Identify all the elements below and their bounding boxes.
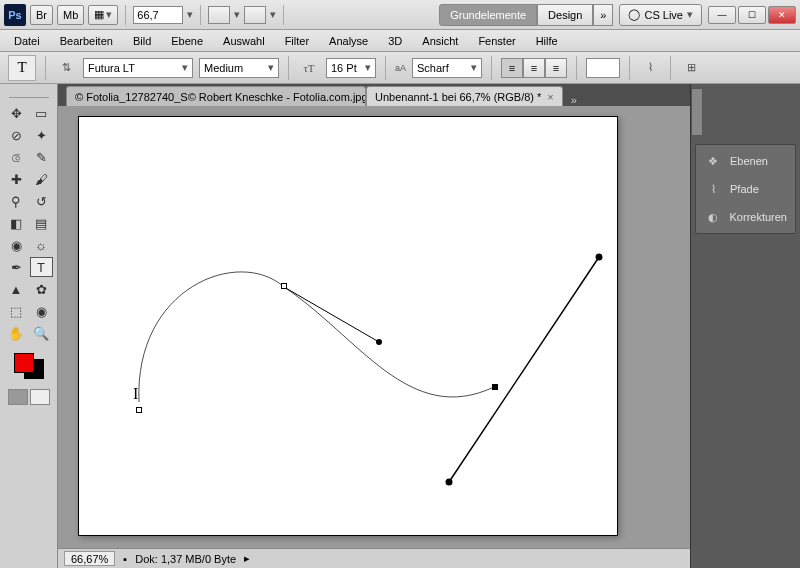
font-family-value: Futura LT bbox=[88, 62, 135, 74]
tabs-overflow-icon[interactable]: » bbox=[571, 94, 577, 106]
window-minimize-button[interactable]: — bbox=[708, 6, 736, 24]
move-tool[interactable]: ✥ bbox=[5, 103, 28, 123]
path-artwork bbox=[79, 117, 619, 537]
eraser-tool[interactable]: ◧ bbox=[5, 213, 28, 233]
menu-ansicht[interactable]: Ansicht bbox=[412, 33, 468, 49]
menu-3d[interactable]: 3D bbox=[378, 33, 412, 49]
panel-grip[interactable] bbox=[9, 88, 49, 98]
color-picker[interactable] bbox=[12, 351, 46, 381]
menu-analyse[interactable]: Analyse bbox=[319, 33, 378, 49]
screen-mode-button[interactable] bbox=[208, 6, 230, 24]
panel-collapse-grip[interactable] bbox=[691, 88, 703, 136]
menu-bearbeiten[interactable]: Bearbeiten bbox=[50, 33, 123, 49]
panel-korrekturen[interactable]: ◐ Korrekturen bbox=[698, 203, 793, 231]
antialias-dropdown[interactable]: Scharf▾ bbox=[412, 58, 482, 78]
shape-tool[interactable]: ✿ bbox=[30, 279, 53, 299]
anchor-handle[interactable] bbox=[281, 283, 287, 289]
dodge-tool[interactable]: ☼ bbox=[30, 235, 53, 255]
separator bbox=[288, 56, 289, 80]
font-size-value: 16 Pt bbox=[331, 62, 357, 74]
gradient-tool[interactable]: ▤ bbox=[30, 213, 53, 233]
crop-tool[interactable]: ⟃ bbox=[5, 147, 28, 167]
extras-button[interactable] bbox=[244, 6, 266, 24]
zoom-input[interactable] bbox=[133, 6, 183, 24]
window-close-button[interactable]: ✕ bbox=[768, 6, 796, 24]
anchor-handle[interactable] bbox=[136, 407, 142, 413]
stamp-tool[interactable]: ⚲ bbox=[5, 191, 28, 211]
status-menu-icon[interactable]: ▸ bbox=[244, 552, 250, 565]
brush-tool[interactable]: 🖌 bbox=[30, 169, 53, 189]
workspace-tab-grundelemente[interactable]: Grundelemente bbox=[439, 4, 537, 26]
blur-tool[interactable]: ◉ bbox=[5, 235, 28, 255]
history-brush-tool[interactable]: ↺ bbox=[30, 191, 53, 211]
lasso-tool[interactable]: ⊘ bbox=[5, 125, 28, 145]
menu-ebene[interactable]: Ebene bbox=[161, 33, 213, 49]
chevron-down-icon[interactable]: ▾ bbox=[270, 8, 276, 21]
options-bar: T ⇅ Futura LT▾ Medium▾ τT 16 Pt▾ aA Scha… bbox=[0, 52, 800, 84]
bridge-button[interactable]: Br bbox=[30, 5, 53, 25]
text-align-group: ≡ ≡ ≡ bbox=[501, 58, 567, 78]
hand-tool[interactable]: ✋ bbox=[5, 323, 28, 343]
svg-rect-5 bbox=[492, 384, 498, 390]
panel-pfade[interactable]: ⌇ Pfade bbox=[698, 175, 793, 203]
quickmask-mode-button[interactable] bbox=[30, 389, 50, 405]
antialias-value: Scharf bbox=[417, 62, 449, 74]
panel-ebenen[interactable]: ❖ Ebenen bbox=[698, 147, 793, 175]
svg-line-2 bbox=[449, 257, 599, 482]
separator bbox=[45, 56, 46, 80]
document-tab-2[interactable]: Unbenannt-1 bei 66,7% (RGB/8) * × bbox=[366, 86, 563, 106]
current-tool-indicator[interactable]: T bbox=[8, 55, 36, 81]
warp-text-button[interactable]: ⌇ bbox=[639, 58, 661, 78]
text-color-swatch[interactable] bbox=[586, 58, 620, 78]
separator bbox=[670, 56, 671, 80]
cs-live-button[interactable]: ◯ CS Live ▾ bbox=[619, 4, 702, 26]
canvas[interactable]: I bbox=[78, 116, 618, 536]
svg-line-0 bbox=[284, 287, 379, 342]
standard-mode-button[interactable] bbox=[8, 389, 28, 405]
svg-point-1 bbox=[376, 339, 382, 345]
window-maximize-button[interactable]: ☐ bbox=[738, 6, 766, 24]
workspace-tab-design[interactable]: Design bbox=[537, 4, 593, 26]
separator bbox=[385, 56, 386, 80]
zoom-tool[interactable]: 🔍 bbox=[30, 323, 53, 343]
pen-tool[interactable]: ✒ bbox=[5, 257, 28, 277]
foreground-color[interactable] bbox=[14, 353, 34, 373]
path-select-tool[interactable]: ▲ bbox=[5, 279, 28, 299]
arrange-documents-button[interactable]: ▦ ▾ bbox=[88, 5, 118, 25]
menu-hilfe[interactable]: Hilfe bbox=[526, 33, 568, 49]
font-size-dropdown[interactable]: 16 Pt▾ bbox=[326, 58, 376, 78]
3d-tool[interactable]: ⬚ bbox=[5, 301, 28, 321]
tools-panel: ✥ ▭ ⊘ ✦ ⟃ ✎ ✚ 🖌 ⚲ ↺ ◧ ▤ ◉ ☼ ✒ T ▲ ✿ ⬚ ◉ … bbox=[0, 84, 58, 568]
magic-wand-tool[interactable]: ✦ bbox=[30, 125, 53, 145]
cs-live-label: CS Live bbox=[644, 9, 683, 21]
workspace-more-button[interactable]: » bbox=[593, 4, 613, 26]
font-size-icon: τT bbox=[298, 58, 320, 78]
document-tabs: © Fotolia_12782740_S© Robert Kneschke - … bbox=[58, 84, 690, 106]
align-left-button[interactable]: ≡ bbox=[501, 58, 523, 78]
align-right-button[interactable]: ≡ bbox=[545, 58, 567, 78]
menu-auswahl[interactable]: Auswahl bbox=[213, 33, 275, 49]
healing-tool[interactable]: ✚ bbox=[5, 169, 28, 189]
marquee-tool[interactable]: ▭ bbox=[30, 103, 53, 123]
minibridge-button[interactable]: Mb bbox=[57, 5, 84, 25]
chevron-down-icon[interactable]: ▾ bbox=[234, 8, 240, 21]
type-tool[interactable]: T bbox=[30, 257, 53, 277]
font-weight-dropdown[interactable]: Medium▾ bbox=[199, 58, 279, 78]
font-family-dropdown[interactable]: Futura LT▾ bbox=[83, 58, 193, 78]
canvas-viewport[interactable]: I bbox=[58, 106, 690, 548]
close-tab-icon[interactable]: × bbox=[547, 91, 553, 103]
document-tab-1[interactable]: © Fotolia_12782740_S© Robert Kneschke - … bbox=[66, 86, 366, 106]
eyedropper-tool[interactable]: ✎ bbox=[30, 147, 53, 167]
menu-bild[interactable]: Bild bbox=[123, 33, 161, 49]
character-panel-button[interactable]: ⊞ bbox=[680, 58, 702, 78]
orientation-button[interactable]: ⇅ bbox=[55, 58, 77, 78]
separator bbox=[200, 5, 201, 25]
app-titlebar: Ps Br Mb ▦ ▾ ▾ ▾ ▾ Grundelemente Design … bbox=[0, 0, 800, 30]
menu-filter[interactable]: Filter bbox=[275, 33, 319, 49]
align-center-button[interactable]: ≡ bbox=[523, 58, 545, 78]
3d-camera-tool[interactable]: ◉ bbox=[30, 301, 53, 321]
zoom-dropdown-icon[interactable]: ▾ bbox=[187, 8, 193, 21]
menu-datei[interactable]: Datei bbox=[4, 33, 50, 49]
menu-fenster[interactable]: Fenster bbox=[468, 33, 525, 49]
status-zoom[interactable]: 66,67% bbox=[64, 551, 115, 566]
